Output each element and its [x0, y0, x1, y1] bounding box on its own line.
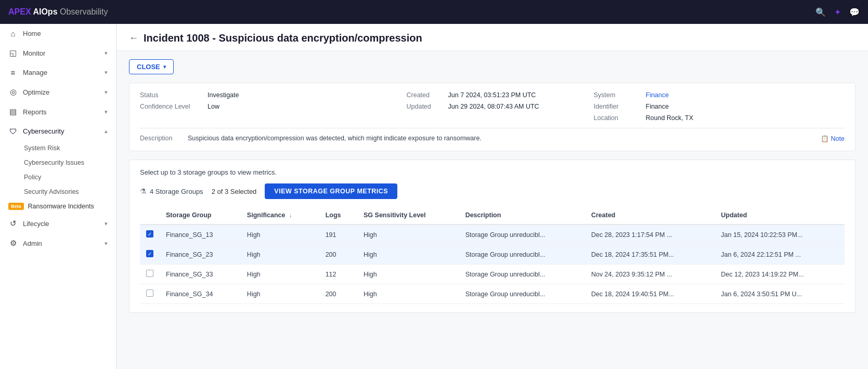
sidebar-item-security-advisories[interactable]: Security Advisories — [0, 184, 116, 199]
sidebar-item-policy[interactable]: Policy — [0, 170, 116, 184]
system-label: System — [594, 91, 646, 99]
notifications-icon[interactable]: 💬 — [849, 7, 860, 17]
th-significance[interactable]: Significance ↓ — [241, 206, 319, 225]
th-checkbox — [140, 206, 160, 225]
note-label: Note — [831, 135, 845, 142]
updated-value: Jun 29 2024, 08:07:43 AM UTC — [448, 103, 594, 110]
table-header-row: Storage Group Significance ↓ Logs SG Sen… — [140, 206, 845, 225]
cell-updated: Jan 6, 2024 3:50:51 PM U... — [715, 284, 845, 304]
sidebar-item-optimize[interactable]: ◎ Optimize ▾ — [0, 82, 116, 102]
row-checkbox[interactable] — [146, 289, 153, 297]
storage-selected-label: 2 of 3 Selected — [212, 188, 257, 195]
storage-groups-table: Storage Group Significance ↓ Logs SG Sen… — [140, 206, 845, 304]
incident-info-grid: Status Investigate Created Jun 7 2024, 0… — [140, 91, 845, 122]
cell-sg-sensitivity: High — [357, 245, 459, 265]
sidebar-item-system-risk[interactable]: System Risk — [0, 141, 116, 155]
cell-checkbox[interactable] — [140, 265, 160, 284]
cell-significance: High — [241, 265, 319, 284]
cell-updated: Jan 15, 2024 10:22:53 PM... — [715, 225, 845, 245]
brand: APEX AIOps Observability — [8, 7, 108, 17]
cell-logs: 191 — [319, 225, 357, 245]
th-created: Created — [585, 206, 715, 225]
confidence-value: Low — [208, 103, 407, 110]
cell-checkbox[interactable] — [140, 225, 160, 245]
chevron-down-icon: ▾ — [105, 220, 108, 227]
main-content: ← Incident 1008 - Suspicious data encryp… — [116, 24, 868, 369]
dropdown-arrow-icon: ▾ — [163, 64, 166, 70]
cell-storage-group: Finance_SG_13 — [160, 225, 241, 245]
note-button[interactable]: 📋 Note — [821, 135, 845, 142]
note-icon: 📋 — [821, 135, 829, 142]
chevron-down-icon: ▾ — [105, 240, 108, 247]
row-checkbox[interactable] — [146, 250, 153, 257]
sort-icon: ↓ — [289, 212, 292, 218]
sidebar-item-label: Monitor — [23, 49, 45, 57]
sub-item-label: Cybersecurity Issues — [24, 159, 84, 166]
sidebar-item-home[interactable]: ⌂ Home — [0, 24, 116, 43]
cell-significance: High — [241, 284, 319, 304]
sub-item-label: Policy — [24, 174, 41, 181]
sidebar-item-admin[interactable]: ⚙ Admin ▾ — [0, 233, 116, 253]
storage-filter: ⚗ 4 Storage Groups — [140, 187, 203, 195]
incident-info-card: Status Investigate Created Jun 7 2024, 0… — [129, 83, 856, 151]
sub-item-label: Security Advisories — [24, 188, 79, 195]
confidence-label: Confidence Level — [140, 103, 208, 110]
sidebar-item-manage[interactable]: ≡ Manage ▾ — [0, 63, 116, 82]
cell-updated: Dec 12, 2023 14:19:22 PM... — [715, 265, 845, 284]
close-button[interactable]: CLOSE ▾ — [129, 59, 174, 74]
table-row: Finance_SG_23 High 200 High Storage Grou… — [140, 245, 845, 265]
beta-badge: Beta — [8, 203, 24, 210]
storage-toolbar: ⚗ 4 Storage Groups 2 of 3 Selected VIEW … — [140, 183, 845, 199]
th-logs: Logs — [319, 206, 357, 225]
sidebar-item-label: Optimize — [23, 88, 49, 96]
cell-significance: High — [241, 225, 319, 245]
cell-logs: 112 — [319, 265, 357, 284]
table-row: Finance_SG_13 High 191 High Storage Grou… — [140, 225, 845, 245]
sidebar-item-lifecycle[interactable]: ↺ Lifecycle ▾ — [0, 214, 116, 233]
row-checkbox[interactable] — [146, 230, 153, 238]
sidebar-item-cybersecurity[interactable]: 🛡 Cybersecurity ▴ — [0, 122, 116, 141]
sidebar-item-ransomware-incidents[interactable]: Beta Ransomware Incidents — [0, 199, 116, 214]
cell-logs: 200 — [319, 284, 357, 304]
ai-icon[interactable]: ✦ — [834, 7, 841, 17]
chevron-down-icon: ▾ — [105, 109, 108, 115]
description-label: Description — [140, 135, 182, 142]
cell-storage-group: Finance_SG_23 — [160, 245, 241, 265]
created-value: Jun 7 2024, 03:51:23 PM UTC — [448, 91, 594, 99]
sidebar-item-reports[interactable]: ▤ Reports ▾ — [0, 102, 116, 122]
chevron-down-icon: ▾ — [105, 89, 108, 96]
content-header: ← Incident 1008 - Suspicious data encryp… — [116, 24, 868, 51]
manage-icon: ≡ — [8, 68, 18, 77]
top-nav-icons: 🔍 ✦ 💬 — [815, 7, 860, 17]
brand-aiops: AIOps — [33, 7, 60, 16]
cell-created: Dec 18, 2024 19:40:51 PM... — [585, 284, 715, 304]
home-icon: ⌂ — [8, 29, 18, 38]
cybersecurity-icon: 🛡 — [8, 127, 18, 136]
row-checkbox[interactable] — [146, 270, 153, 277]
system-value[interactable]: Finance — [646, 91, 845, 99]
status-value: Investigate — [208, 91, 407, 99]
reports-icon: ▤ — [8, 107, 18, 116]
cell-significance: High — [241, 245, 319, 265]
cell-created: Nov 24, 2023 9:35:12 PM ... — [585, 265, 715, 284]
sidebar-item-label: Lifecycle — [23, 220, 49, 228]
sidebar-item-cybersecurity-issues[interactable]: Cybersecurity Issues — [0, 155, 116, 170]
sidebar-item-label: Cybersecurity — [23, 127, 64, 135]
view-metrics-label: VIEW STORAGE GROUP METRICS — [274, 188, 388, 195]
sidebar: ⌂ Home ◱ Monitor ▾ ≡ Manage ▾ ◎ Optimize… — [0, 24, 116, 369]
cell-checkbox[interactable] — [140, 245, 160, 265]
cell-description: Storage Group unreducibl... — [459, 265, 585, 284]
table-row: Finance_SG_33 High 112 High Storage Grou… — [140, 265, 845, 284]
view-storage-group-metrics-button[interactable]: VIEW STORAGE GROUP METRICS — [265, 183, 397, 199]
back-button[interactable]: ← — [129, 33, 138, 44]
cell-checkbox[interactable] — [140, 284, 160, 304]
sidebar-item-monitor[interactable]: ◱ Monitor ▾ — [0, 43, 116, 63]
table-row: Finance_SG_34 High 200 High Storage Grou… — [140, 284, 845, 304]
search-icon[interactable]: 🔍 — [815, 7, 826, 17]
monitor-icon: ◱ — [8, 48, 18, 58]
th-updated: Updated — [715, 206, 845, 225]
sidebar-item-label: Home — [23, 30, 41, 37]
optimize-icon: ◎ — [8, 87, 18, 97]
location-label: Location — [594, 114, 646, 122]
cell-sg-sensitivity: High — [357, 284, 459, 304]
